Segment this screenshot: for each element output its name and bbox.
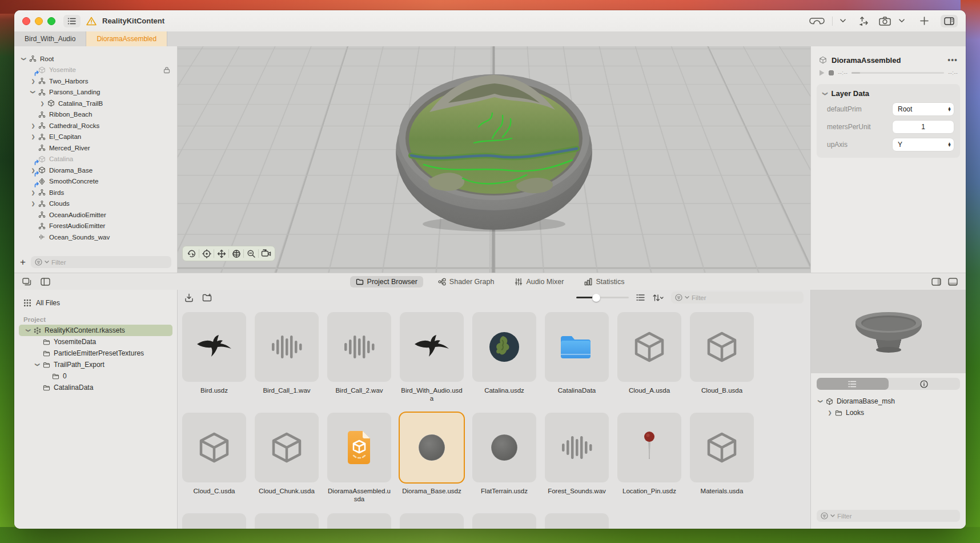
scene-tree-row[interactable]: Cathedral_Rocks bbox=[14, 120, 177, 131]
stacked-panels-icon[interactable] bbox=[22, 278, 32, 286]
file-tile[interactable]: DioramaAssembled.usda bbox=[327, 413, 391, 503]
disclosure-chevron-icon[interactable] bbox=[817, 398, 825, 404]
browser-filter-field[interactable]: Filter bbox=[671, 292, 804, 304]
file-tile[interactable]: Bird_Call_2.wav bbox=[327, 312, 391, 402]
transform-tool-icon[interactable] bbox=[857, 15, 869, 26]
scene-filter-field[interactable]: Filter bbox=[31, 256, 171, 268]
add-icon[interactable] bbox=[920, 17, 929, 25]
file-tile[interactable] bbox=[255, 513, 319, 529]
editor-tab[interactable]: Audio Mixer bbox=[509, 276, 569, 288]
recenter-button[interactable] bbox=[199, 246, 214, 261]
editor-tab[interactable]: Project Browser bbox=[350, 276, 423, 288]
file-tile[interactable]: Location_Pin.usdz bbox=[617, 413, 681, 503]
reset-camera-button[interactable] bbox=[259, 246, 273, 261]
scene-tree-row[interactable]: ForestAudioEmitter bbox=[14, 221, 177, 232]
scene-tree-row[interactable]: Catalina_TrailB bbox=[14, 98, 177, 109]
disclosure-chevron-icon[interactable] bbox=[29, 201, 37, 206]
timeline-scrubber[interactable] bbox=[852, 72, 944, 74]
scene-tree-row[interactable]: Birds bbox=[14, 187, 177, 198]
file-tile[interactable]: FlatTerrain.usdz bbox=[472, 413, 536, 503]
scene-tree-row[interactable]: Parsons_Landing bbox=[14, 87, 177, 98]
file-tile[interactable]: Diorama_Base.usdz bbox=[400, 413, 464, 503]
diorama-model[interactable] bbox=[394, 57, 594, 234]
asset-tree-row[interactable]: DioramaBase_msh bbox=[811, 396, 966, 407]
file-tile[interactable]: Forest_Sounds.wav bbox=[545, 413, 609, 503]
project-tree-row[interactable]: CatalinaData bbox=[19, 382, 172, 393]
file-tile[interactable]: Cloud_B.usda bbox=[690, 312, 754, 402]
scene-tree-row[interactable]: El_Capitan bbox=[14, 131, 177, 143]
camera-icon[interactable] bbox=[878, 16, 891, 26]
play-icon[interactable] bbox=[819, 70, 825, 76]
disclosure-chevron-icon[interactable] bbox=[38, 101, 46, 106]
stepper-icon[interactable]: ▲▼ bbox=[947, 142, 951, 147]
disclosure-chevron-icon[interactable] bbox=[29, 190, 37, 195]
scene-tree-row[interactable]: Root bbox=[14, 53, 177, 65]
file-tile[interactable]: Materials.usda bbox=[690, 413, 754, 503]
disclosure-chevron-icon[interactable] bbox=[29, 123, 37, 129]
chevron-down-icon[interactable] bbox=[840, 19, 846, 23]
scene-list-button[interactable] bbox=[63, 15, 81, 27]
all-files-item[interactable]: All Files bbox=[14, 297, 177, 309]
disclosure-chevron-icon[interactable] bbox=[25, 328, 33, 333]
zoom-button[interactable] bbox=[47, 17, 55, 25]
file-tile[interactable] bbox=[472, 513, 536, 529]
disclosure-chevron-icon[interactable] bbox=[29, 78, 37, 84]
document-tab[interactable]: DioramaAssembled bbox=[86, 31, 167, 46]
asset-tree-row[interactable]: Looks bbox=[811, 407, 966, 418]
new-folder-icon[interactable] bbox=[202, 293, 212, 302]
info-segment[interactable] bbox=[889, 378, 961, 390]
scene-tree-row[interactable]: Ribbon_Beach bbox=[14, 109, 177, 121]
thumbnail-size-slider[interactable] bbox=[576, 294, 629, 302]
pan-button[interactable] bbox=[214, 246, 228, 261]
stop-icon[interactable] bbox=[829, 70, 834, 75]
warning-icon[interactable] bbox=[86, 17, 97, 26]
disclosure-chevron-icon[interactable] bbox=[29, 134, 37, 139]
scene-tree-row[interactable]: Merced_River bbox=[14, 142, 177, 154]
select-orbit-button[interactable] bbox=[184, 246, 199, 261]
file-tile[interactable] bbox=[327, 513, 391, 529]
asset-preview-3d[interactable] bbox=[811, 290, 966, 373]
list-view-icon[interactable] bbox=[636, 294, 645, 301]
sort-icon[interactable] bbox=[652, 294, 664, 302]
file-tile[interactable]: Catalina.usdz bbox=[472, 312, 536, 402]
project-tree-row[interactable]: YosemiteData bbox=[19, 336, 172, 348]
disclosure-chevron-icon[interactable] bbox=[29, 89, 37, 95]
scene-tree-row[interactable]: Diorama_Base bbox=[14, 165, 177, 176]
viewport-3d[interactable] bbox=[178, 46, 810, 273]
scene-tree-row[interactable]: OceanAudioEmitter bbox=[14, 209, 177, 221]
more-options-button[interactable]: ••• bbox=[947, 55, 958, 65]
scene-tree-row[interactable]: Clouds bbox=[14, 198, 177, 210]
scene-tree-row[interactable]: Catalina bbox=[14, 154, 177, 165]
preview-filter-field[interactable]: Filter bbox=[817, 510, 960, 522]
file-tile[interactable]: CatalinaData bbox=[545, 312, 609, 402]
slider-knob[interactable] bbox=[592, 294, 600, 302]
file-tile[interactable] bbox=[182, 513, 246, 529]
project-tree-row[interactable]: 0 bbox=[19, 370, 172, 382]
scene-tree-row[interactable]: Yosemite bbox=[14, 65, 177, 76]
stepper-icon[interactable]: ▲▼ bbox=[947, 107, 951, 112]
panel-split-right-icon[interactable] bbox=[931, 278, 941, 286]
file-tile[interactable] bbox=[545, 513, 609, 529]
disclosure-chevron-icon[interactable] bbox=[826, 410, 834, 416]
property-control[interactable]: Y ▲▼ bbox=[893, 138, 954, 151]
add-entity-button[interactable]: + bbox=[20, 257, 26, 267]
editor-tab[interactable]: Shader Graph bbox=[432, 276, 500, 288]
scene-tree-row[interactable]: SmoothConcrete bbox=[14, 176, 177, 187]
file-tile[interactable]: Cloud_Chunk.usda bbox=[255, 413, 319, 503]
file-tile[interactable]: Cloud_C.usda bbox=[182, 413, 246, 503]
file-tile[interactable]: Bird_Call_1.wav bbox=[255, 312, 319, 402]
outline-view-segment[interactable] bbox=[817, 378, 889, 390]
inspector-toggle-button[interactable] bbox=[941, 15, 958, 27]
file-tile[interactable]: Bird_With_Audio.usda bbox=[400, 312, 464, 402]
scene-tree-row[interactable]: Ocean_Sounds_wav bbox=[14, 231, 177, 243]
project-tree-row[interactable]: ParticleEmitterPresetTextures bbox=[19, 348, 172, 359]
zoom-button-viewport[interactable] bbox=[244, 246, 258, 261]
disclosure-chevron-icon[interactable] bbox=[34, 362, 42, 368]
file-tile[interactable] bbox=[400, 513, 464, 529]
document-tab[interactable]: Bird_With_Audio bbox=[14, 31, 86, 46]
file-tile[interactable]: Cloud_A.usda bbox=[617, 312, 681, 402]
disclosure-chevron-icon[interactable] bbox=[20, 56, 28, 62]
close-button[interactable] bbox=[22, 17, 30, 25]
file-tile[interactable]: Bird.usdz bbox=[182, 312, 246, 402]
layer-data-header[interactable]: ❯ Layer Data bbox=[823, 89, 954, 98]
